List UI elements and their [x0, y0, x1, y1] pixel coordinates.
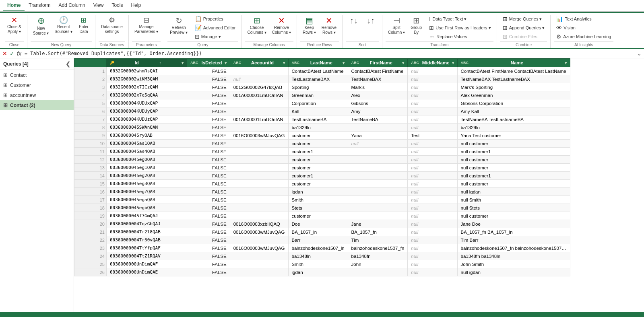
table-row[interactable]: 50036O00004KUDUxQAPFALSECorporationGibso…: [74, 99, 570, 107]
new-source-button[interactable]: ⊕ NewSource ▾: [31, 15, 51, 37]
cell-name: ba1348fn ba1348ln: [457, 252, 570, 260]
col-name-menu[interactable]: ▾: [565, 61, 567, 65]
manage-button[interactable]: ⊟ Manage ▾: [192, 33, 238, 41]
col-lastname-menu[interactable]: ▾: [343, 61, 345, 65]
sort-desc-button[interactable]: ↓↑: [363, 15, 379, 27]
split-column-button[interactable]: ⊣ SplitColumn ▾: [386, 15, 407, 37]
sidebar-item-contact[interactable]: ⊞ Contact: [0, 70, 74, 80]
azure-ml-button[interactable]: ⚙ Azure Machine Learning: [554, 33, 613, 41]
table-row[interactable]: 40032G00002x7e5qQAAFALSE001A000001LmUOnI…: [74, 91, 570, 99]
cancel-formula-icon[interactable]: ✕: [2, 50, 7, 57]
col-header-firstname[interactable]: ABC FirstName ▾: [348, 59, 408, 67]
table-row[interactable]: 250036O00000UnDimQAFFALSESmithJohnnullJo…: [74, 260, 570, 268]
text-analytics-button[interactable]: 📊 Text Analytics: [554, 15, 613, 23]
table-row[interactable]: 100036O000045as1QABFALSEcustomernullnull…: [74, 140, 570, 148]
cell-firstname: [348, 196, 408, 204]
cell-accountid: [230, 260, 288, 268]
table-row[interactable]: 130036O000045eg1QABFALSEcustomernullnull…: [74, 164, 570, 172]
manage-parameters-button[interactable]: ⊟ ManageParameters ▾: [132, 15, 161, 36]
table-row[interactable]: 140036O000045eg2QABFALSEcustomer1nullnul…: [74, 172, 570, 180]
table-row[interactable]: 260036O00000UnDimQAEFALSEigdannullnull i…: [74, 268, 570, 276]
col-isdeleted-menu[interactable]: ▾: [225, 61, 227, 65]
col-header-lastname[interactable]: ABC LastName ▾: [288, 59, 348, 67]
table-row[interactable]: 70036O00004KUDUzQAPFALSE001A000001LmUOnI…: [74, 115, 570, 124]
col-id-menu-icon[interactable]: ▾: [182, 61, 184, 65]
cell-name: null igdan: [457, 268, 570, 276]
cell-isdeleted: FALSE: [187, 252, 230, 260]
sidebar-collapse-button[interactable]: ❮: [66, 61, 70, 67]
choose-columns-button[interactable]: ⊞ ChooseColumns ▾: [245, 15, 268, 37]
data-source-settings-button[interactable]: ⚙ Data sourcesettings: [99, 15, 125, 36]
formula-input[interactable]: [25, 51, 632, 56]
advanced-editor-button[interactable]: 📝 Advanced Editor: [192, 24, 238, 32]
table-row[interactable]: 230036O000004TtYfpQAFFALSE0016O00003wMJu…: [74, 244, 570, 252]
append-queries-button[interactable]: ⊞ Append Queries ▾: [500, 24, 547, 32]
cell-lastname: customer1: [288, 148, 348, 156]
combine-files-button[interactable]: ⊞ Combine Files: [500, 33, 547, 41]
close-apply-button[interactable]: ✕ Close &Apply ▾: [5, 15, 24, 36]
use-first-row-icon: ⊞: [429, 25, 434, 31]
use-first-row-button[interactable]: ⊞ Use First Row as Headers ▾: [427, 24, 493, 32]
menu-home[interactable]: Home: [3, 0, 25, 11]
col-header-isdeleted[interactable]: ABC IsDeleted ▾: [187, 59, 230, 67]
sidebar-item-customer[interactable]: ⊞ Customer: [0, 80, 74, 90]
cell-name: null customer: [457, 212, 570, 220]
formula-expand-icon[interactable]: ⌄: [637, 50, 642, 57]
col-header-name[interactable]: ABC Name ▾: [457, 59, 570, 67]
table-row[interactable]: 80036O000045SWAnQANFALSEba1329lnnullba13…: [74, 124, 570, 132]
table-row[interactable]: 240036O000004TtZ1RQAVFALSEba1348lnba1348…: [74, 252, 570, 260]
table-row[interactable]: 110036O000045as4QABFALSEcustomer1nullnul…: [74, 148, 570, 156]
enter-data-button[interactable]: ⊞ EnterData: [76, 15, 92, 36]
menu-help[interactable]: Help: [127, 0, 145, 11]
table-row[interactable]: 150036O000045eg3QABFALSEcustomernullnull…: [74, 180, 570, 188]
table-row[interactable]: 30032G00002x7ICzQAMFALSE0012G00002G47lqQ…: [74, 83, 570, 91]
sidebar-header: Queries [4] ❮: [0, 58, 74, 70]
table-row[interactable]: 120036O000045eg0QABFALSEcustomernullnull…: [74, 156, 570, 164]
col-middlename-menu[interactable]: ▾: [452, 61, 454, 65]
table-row[interactable]: 160036O000045egZQARFALSEigdannullnull ig…: [74, 188, 570, 196]
remove-columns-button[interactable]: ✕ RemoveColumns ▾: [270, 15, 293, 37]
cell-isdeleted: FALSE: [187, 124, 230, 132]
sidebar-item-contact2[interactable]: ⊞ Contact (2): [0, 100, 74, 110]
col-header-id[interactable]: 🔑 Id ↑ ▾: [107, 59, 187, 67]
col-header-accountid[interactable]: ABC AccountId ▾: [230, 59, 288, 67]
col-accountid-menu[interactable]: ▾: [283, 61, 285, 65]
menu-transform[interactable]: Transform: [25, 0, 54, 11]
group-by-button[interactable]: ⊞ GroupBy: [408, 15, 424, 37]
cell-firstname: BA_1057_fn: [348, 228, 408, 236]
confirm-formula-icon[interactable]: ✓: [10, 50, 14, 57]
cell-lastname: Greenman: [288, 91, 348, 99]
table-row[interactable]: 90036O000045ryQABFALSE0016O00003wMJuvQAG…: [74, 132, 570, 140]
table-row[interactable]: 200036O000004TqzGbQAJFALSE0016O00003xzbI…: [74, 220, 570, 228]
table-row[interactable]: 20032G00002wiKM3QAMFALSEnullTestLastname…: [74, 75, 570, 83]
keep-rows-button[interactable]: ▤ KeepRows ▾: [300, 15, 318, 37]
recent-sources-button[interactable]: 🕐 RecentSources ▾: [52, 15, 74, 36]
properties-button[interactable]: 📋 Properties: [192, 15, 238, 23]
table-row[interactable]: 210036O000004Tr2l8QABFALSE0016O00003wMJu…: [74, 228, 570, 236]
remove-rows-button[interactable]: ✕ RemoveRows ▾: [319, 15, 339, 37]
replace-values-button[interactable]: ↔ Replace Values: [427, 33, 493, 41]
col-header-middlename[interactable]: ABC MiddleName ▾: [408, 59, 457, 67]
data-table-wrapper[interactable]: 🔑 Id ↑ ▾ ABC IsDeleted ▾: [74, 58, 644, 312]
sort-asc-button[interactable]: ↑↓: [346, 15, 362, 27]
refresh-preview-button[interactable]: ↻ RefreshPreview ▾: [167, 15, 190, 37]
menu-tools[interactable]: Tools: [107, 0, 127, 11]
data-type-button[interactable]: Ⅰ Data Type: Text ▾: [427, 15, 493, 23]
ribbon-group-query: ↻ RefreshPreview ▾ 📋 Properties 📝 Advanc…: [164, 15, 242, 48]
table-row[interactable]: 220036O000004Tr30vQABFALSEBarrTimnullTim…: [74, 236, 570, 244]
col-firstname-menu[interactable]: ▾: [402, 61, 404, 65]
table-row[interactable]: 10032G00002whmRsQAIFALSEContactBAtest La…: [74, 67, 570, 75]
ribbon-close-label: Close: [5, 41, 24, 48]
table-row[interactable]: 180036O000045egbQABFALSEStetsnullnull St…: [74, 204, 570, 212]
menu-view[interactable]: View: [89, 0, 108, 11]
merge-queries-button[interactable]: ⊞ Merge Queries ▾: [500, 15, 547, 23]
ribbon-reduce-rows-label: Reduce Rows: [300, 41, 339, 48]
azure-ml-icon: ⚙: [556, 33, 561, 40]
table-row[interactable]: 170036O000045egaQABFALSESmithnullnull Sm…: [74, 196, 570, 204]
table-row[interactable]: 190036O000045f7GmQAJFALSEcustomernullnul…: [74, 212, 570, 220]
table-row[interactable]: 60036O00004KUDUyQAPFALSEKallAmynullAmy K…: [74, 107, 570, 115]
sidebar-item-accountnew[interactable]: ⊞ accountnew: [0, 90, 74, 100]
menu-add-column[interactable]: Add Column: [55, 0, 89, 11]
row-number: 19: [74, 212, 107, 220]
vision-button[interactable]: 👁 Vision: [554, 24, 613, 32]
